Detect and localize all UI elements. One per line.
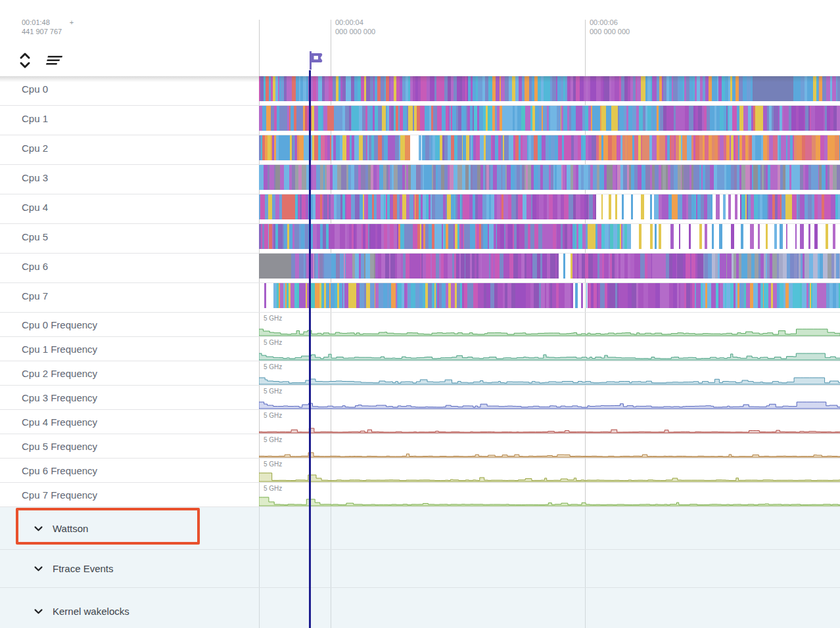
cpu-freq-track-row[interactable]: Cpu 5 Frequency 5 GHz (0, 434, 840, 459)
track-list: Cpu 0 Cpu 1 Cpu 2 Cpu 3 Cpu 4 Cpu 5 Cpu … (0, 76, 840, 628)
cpu-freq-track-label[interactable]: Cpu 6 Frequency (22, 459, 97, 482)
cpu-freq-track-row[interactable]: Cpu 7 Frequency 5 GHz (0, 483, 840, 507)
freq-axis-label: 5 GHz (264, 460, 282, 468)
cpu-sched-slices[interactable] (259, 165, 840, 190)
selection-plus: + (70, 18, 74, 26)
cpu-sched-slices[interactable] (259, 194, 840, 219)
cpu-track-row[interactable]: Cpu 4 (0, 194, 840, 224)
cpu-freq-track-label[interactable]: Cpu 1 Frequency (22, 337, 97, 361)
cpu-freq-track-label[interactable]: Cpu 3 Frequency (22, 386, 97, 409)
flag-icon[interactable] (306, 50, 325, 74)
perfetto-timeline: 00:01:48+ 441 907 767 00:00:04000 000 00… (0, 0, 840, 628)
cpu-freq-track-label[interactable]: Cpu 4 Frequency (22, 410, 97, 434)
cpu-sched-slices[interactable] (259, 283, 840, 308)
cpu-track-row[interactable]: Cpu 5 (0, 224, 840, 254)
cpu-track-row[interactable]: Cpu 0 (0, 76, 840, 106)
chevron-down-icon[interactable] (33, 523, 44, 534)
cpu-track-label[interactable]: Cpu 6 (22, 254, 48, 279)
cpu-freq-track-row[interactable]: Cpu 1 Frequency 5 GHz (0, 337, 840, 361)
cpu-freq-track-label[interactable]: Cpu 2 Frequency (22, 361, 97, 385)
freq-axis-label: 5 GHz (264, 363, 282, 370)
cpu-freq-chart[interactable]: 5 GHz (259, 483, 840, 506)
freq-axis-label: 5 GHz (264, 485, 282, 492)
freq-axis-label: 5 GHz (264, 315, 282, 322)
selection-ns-text: 441 907 767 (22, 27, 74, 36)
selection-timestamp: 00:01:48+ 441 907 767 (22, 18, 74, 36)
section-row[interactable]: Ftrace Events (0, 550, 840, 588)
cpu-sched-slices[interactable] (259, 254, 840, 279)
cpu-track-label[interactable]: Cpu 5 (22, 224, 48, 249)
time-tick-label: 00:00:06000 000 000 (590, 18, 630, 36)
section-label: Wattson (53, 523, 88, 534)
freq-axis-label: 5 GHz (264, 436, 282, 443)
sort-tracks-icon[interactable] (41, 55, 63, 66)
cpu-freq-track-row[interactable]: Cpu 0 Frequency 5 GHz (0, 313, 840, 337)
cpu-sched-slices[interactable] (259, 76, 840, 101)
chevron-down-icon[interactable] (33, 563, 44, 574)
cpu-sched-slices[interactable] (259, 135, 840, 160)
cpu-track-label[interactable]: Cpu 0 (22, 76, 48, 101)
cpu-track-label[interactable]: Cpu 4 (22, 194, 48, 219)
cpu-freq-track-row[interactable]: Cpu 2 Frequency 5 GHz (0, 361, 840, 386)
cpu-track-label[interactable]: Cpu 7 (22, 283, 48, 308)
cpu-freq-chart[interactable]: 5 GHz (259, 361, 840, 385)
section-row[interactable]: Kernel wakelocks (0, 588, 840, 628)
cpu-freq-track-label[interactable]: Cpu 5 Frequency (22, 434, 97, 458)
cpu-freq-chart[interactable]: 5 GHz (259, 313, 840, 336)
track-controls (19, 52, 63, 69)
cpu-track-row[interactable]: Cpu 2 (0, 135, 840, 165)
unfold-more-icon[interactable] (19, 52, 31, 69)
cpu-freq-chart[interactable]: 5 GHz (259, 410, 840, 434)
cpu-freq-chart[interactable]: 5 GHz (259, 337, 840, 361)
cpu-freq-track-row[interactable]: Cpu 6 Frequency 5 GHz (0, 459, 840, 483)
freq-axis-label: 5 GHz (264, 412, 282, 419)
chevron-down-icon[interactable] (33, 606, 44, 617)
cpu-freq-track-label[interactable]: Cpu 7 Frequency (22, 483, 97, 506)
cpu-track-row[interactable]: Cpu 7 (0, 283, 840, 313)
time-tick-label: 00:00:04000 000 000 (335, 18, 375, 36)
freq-axis-label: 5 GHz (264, 339, 282, 346)
section-row[interactable]: Wattson (0, 507, 840, 550)
cpu-freq-chart[interactable]: 5 GHz (259, 459, 840, 482)
cpu-freq-chart[interactable]: 5 GHz (259, 386, 840, 409)
cpu-freq-track-label[interactable]: Cpu 0 Frequency (22, 313, 97, 336)
cpu-track-label[interactable]: Cpu 3 (22, 165, 48, 190)
cpu-track-row[interactable]: Cpu 3 (0, 165, 840, 194)
cpu-track-label[interactable]: Cpu 1 (22, 106, 48, 131)
section-label: Ftrace Events (53, 563, 114, 574)
freq-axis-label: 5 GHz (264, 388, 282, 395)
cpu-track-row[interactable]: Cpu 1 (0, 106, 840, 135)
cpu-freq-track-row[interactable]: Cpu 3 Frequency 5 GHz (0, 386, 840, 410)
cpu-track-label[interactable]: Cpu 2 (22, 135, 48, 160)
cpu-sched-slices[interactable] (259, 224, 840, 249)
cpu-sched-slices[interactable] (259, 106, 840, 131)
cpu-track-row[interactable]: Cpu 6 (0, 254, 840, 283)
section-label: Kernel wakelocks (53, 606, 129, 617)
cpu-freq-track-row[interactable]: Cpu 4 Frequency 5 GHz (0, 410, 840, 434)
cpu-freq-chart[interactable]: 5 GHz (259, 434, 840, 458)
selection-time-text: 00:01:48 (22, 18, 50, 26)
flag-marker-line[interactable] (309, 70, 311, 628)
